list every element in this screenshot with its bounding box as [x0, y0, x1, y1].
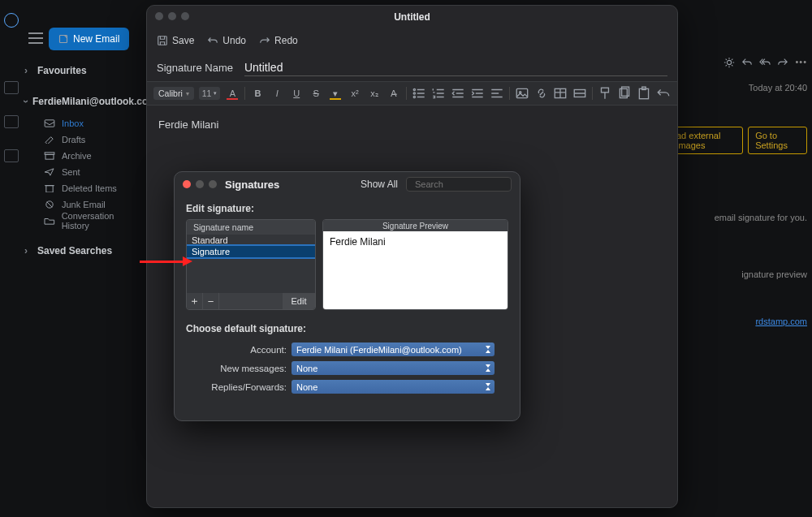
signature-list: Standard Signature	[187, 235, 315, 293]
search-field[interactable]	[406, 177, 512, 192]
image-button[interactable]	[515, 86, 529, 101]
strikethrough-button[interactable]: S	[309, 86, 323, 101]
redo-label: Redo	[274, 35, 298, 46]
folder-list: Inbox Drafts Archive Sent Deleted Items …	[24, 115, 142, 229]
account-label: Account:	[186, 345, 292, 355]
font-color-button[interactable]: A	[225, 86, 240, 101]
signatures-title: Signatures	[225, 179, 279, 191]
defaults-grid: Account: Ferdie Milani (FerdieMilani@out…	[186, 343, 508, 394]
arrow-head-icon	[183, 256, 192, 266]
minimize-icon[interactable]	[196, 180, 204, 188]
separator	[244, 87, 245, 100]
redo-button[interactable]: Redo	[259, 35, 298, 46]
new-messages-value: None	[296, 364, 317, 373]
mail-icon[interactable]	[4, 81, 19, 94]
signature-item-standard[interactable]: Standard	[187, 235, 315, 246]
show-all-button[interactable]: Show All	[361, 179, 398, 190]
junk-icon	[44, 200, 55, 209]
saved-searches-header[interactable]: › Saved Searches	[24, 240, 142, 261]
reply-icon[interactable]	[741, 57, 753, 68]
favourites-header[interactable]: › Favourites	[24, 60, 142, 81]
folder-sent[interactable]: Sent	[24, 164, 142, 180]
folder-junk[interactable]: Junk Email	[24, 196, 142, 213]
highlight-button[interactable]: ▾	[328, 86, 343, 101]
folder-inbox[interactable]: Inbox	[24, 115, 142, 131]
sidebar-rail	[0, 8, 23, 511]
outdent-button[interactable]	[451, 86, 465, 101]
signature-list-footer: ＋ − Edit	[187, 293, 315, 309]
zoom-icon[interactable]	[209, 180, 217, 188]
load-external-images-button[interactable]: ad external images	[669, 127, 743, 154]
forward-icon[interactable]	[777, 57, 788, 68]
search-input[interactable]	[415, 179, 527, 189]
edit-signature-button[interactable]: Edit	[283, 293, 315, 309]
close-icon[interactable]	[183, 180, 191, 188]
subscript-button[interactable]: x₂	[367, 86, 382, 101]
calendar-icon[interactable]	[4, 115, 19, 128]
chevron-right-icon: ›	[24, 65, 32, 76]
undo-button[interactable]: Undo	[207, 35, 246, 46]
editor-titlebar: Untitled	[147, 6, 677, 28]
account-header[interactable]: › FerdieMilani@outlook.co	[24, 91, 142, 112]
sun-icon[interactable]	[723, 57, 735, 68]
align-button[interactable]	[490, 86, 504, 101]
font-select[interactable]: Calibri▾	[153, 87, 194, 100]
go-to-settings-button[interactable]: Go to Settings	[748, 127, 807, 154]
hamburger-icon[interactable]	[28, 32, 43, 44]
compose-icon	[58, 34, 68, 44]
annotation-arrow	[140, 261, 184, 263]
reply-all-icon[interactable]	[759, 57, 771, 68]
remove-signature-button[interactable]: −	[203, 293, 219, 309]
bg-text-1: email signature for you.	[669, 213, 807, 222]
bold-button[interactable]: B	[250, 86, 265, 101]
folder-deleted[interactable]: Deleted Items	[24, 180, 142, 196]
account-label: FerdieMilani@outlook.co	[32, 96, 148, 107]
format-painter-button[interactable]	[598, 86, 612, 101]
background-message-pane: ••• Today at 20:40 ad external images Go…	[669, 57, 807, 326]
italic-button[interactable]: I	[270, 86, 284, 101]
bg-link[interactable]: rdstamp.com	[669, 317, 807, 326]
traffic-lights[interactable]	[155, 12, 189, 20]
font-size-select[interactable]: 11▾	[199, 87, 221, 100]
globe-icon[interactable]	[4, 13, 19, 28]
folder-label: Archive	[62, 151, 92, 161]
people-icon[interactable]	[4, 149, 19, 162]
editor-body[interactable]: Ferdie Milani	[147, 106, 677, 144]
svg-point-9	[413, 93, 415, 94]
save-button[interactable]: Save	[157, 35, 194, 46]
folder-archive[interactable]: Archive	[24, 148, 142, 164]
separator	[592, 87, 593, 100]
clear-format-button[interactable]: A̶	[387, 86, 401, 101]
new-email-label: New Email	[73, 33, 119, 45]
archive-icon	[44, 152, 55, 160]
folder-drafts[interactable]: Drafts	[24, 131, 142, 148]
redo-icon	[259, 35, 270, 46]
inbox-icon	[44, 119, 55, 127]
number-list-button[interactable]	[431, 86, 446, 101]
more-icon[interactable]: •••	[795, 57, 807, 71]
superscript-button[interactable]: x²	[348, 86, 362, 101]
replies-select[interactable]: None	[292, 380, 495, 394]
bullet-list-button[interactable]	[412, 86, 426, 101]
folder-conversation-history[interactable]: Conversation History	[24, 213, 142, 229]
svg-rect-18	[640, 88, 649, 98]
modal-traffic-lights[interactable]	[183, 180, 217, 188]
account-select[interactable]: Ferdie Milani (FerdieMilani@outlook.com)	[292, 343, 495, 356]
undo2-button[interactable]	[656, 86, 671, 101]
paste-button[interactable]	[637, 86, 651, 101]
signature-name-input[interactable]	[244, 59, 667, 76]
new-email-button[interactable]: New Email	[49, 28, 129, 50]
svg-rect-7	[158, 37, 167, 45]
account-value: Ferdie Milani (FerdieMilani@outlook.com)	[296, 345, 462, 355]
folder-label: Deleted Items	[62, 183, 117, 193]
new-messages-select[interactable]: None	[292, 361, 495, 375]
table-button[interactable]	[553, 86, 568, 101]
signature-item-editing[interactable]: Signature	[187, 246, 315, 257]
add-signature-button[interactable]: ＋	[187, 293, 203, 309]
hr-button[interactable]	[572, 86, 587, 101]
copy-button[interactable]	[617, 86, 632, 101]
svg-rect-15	[602, 88, 609, 93]
link-button[interactable]	[534, 86, 549, 101]
underline-button[interactable]: U	[289, 86, 304, 101]
indent-button[interactable]	[470, 86, 485, 101]
